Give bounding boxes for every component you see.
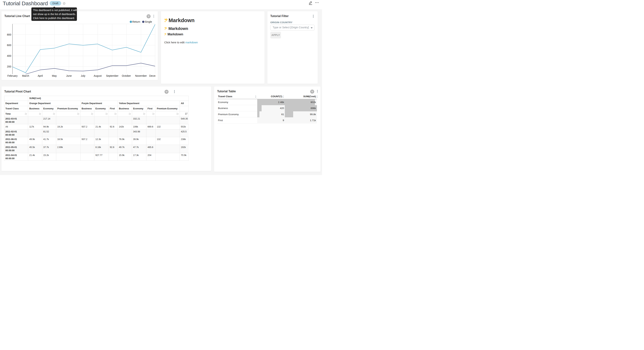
svg-text:September: September — [106, 74, 118, 77]
svg-text:May: May — [52, 74, 56, 77]
svg-text:400: 400 — [7, 54, 11, 57]
svg-text:August: August — [94, 74, 102, 77]
svg-text:June: June — [66, 74, 72, 77]
svg-text:Single: Single — [145, 20, 152, 23]
svg-text:Return: Return — [132, 20, 140, 23]
svg-text:December: December — [149, 74, 156, 77]
svg-text:200: 200 — [7, 65, 11, 68]
svg-text:November: November — [135, 74, 147, 77]
svg-text:600: 600 — [7, 44, 11, 46]
svg-text:March: March — [22, 74, 29, 77]
svg-text:800: 800 — [7, 33, 11, 36]
svg-text:February: February — [8, 74, 18, 77]
svg-text:April: April — [38, 74, 43, 77]
svg-text:October: October — [122, 74, 131, 77]
svg-text:July: July — [81, 74, 85, 77]
